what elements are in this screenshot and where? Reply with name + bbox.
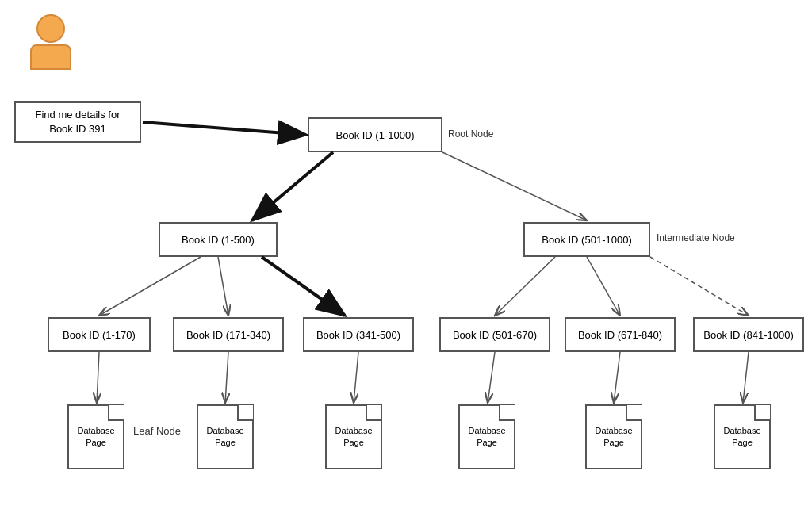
leaf5-node: Book ID (671-840) [565,317,676,352]
svg-line-15 [743,352,749,403]
leaf4-label: Book ID (501-670) [453,329,537,341]
leaf1-label: Book ID (1-170) [63,329,136,341]
right-mid-label: Book ID (501-1000) [542,234,631,246]
svg-line-3 [262,257,345,316]
leaf5-label: Book ID (671-840) [578,329,662,341]
db-page-6: DatabasePage [714,404,771,469]
db-page-5-text: DatabasePage [595,425,632,450]
svg-line-12 [354,352,358,403]
db-page-4: DatabasePage [458,404,515,469]
leaf2-label: Book ID (171-340) [186,329,270,341]
right-mid-note: Intermediate Node [657,232,735,243]
leaf4-node: Book ID (501-670) [439,317,550,352]
db-page-3-text: DatabasePage [335,425,372,450]
db-page-5: DatabasePage [585,404,642,469]
svg-line-7 [495,257,555,316]
left-mid-node: Book ID (1-500) [159,222,278,257]
svg-line-5 [99,257,201,316]
leaf6-node: Book ID (841-1000) [693,317,804,352]
leaf2-node: Book ID (171-340) [173,317,284,352]
svg-line-13 [488,352,495,403]
leaf-node-label: Leaf Node [133,425,181,437]
leaf3-label: Book ID (341-500) [316,329,400,341]
leaf6-label: Book ID (841-1000) [703,329,793,341]
db-page-1: DatabasePage [67,404,124,469]
svg-line-11 [225,352,228,403]
right-mid-node: Book ID (501-1000) [523,222,650,257]
db-page-1-text: DatabasePage [77,425,114,450]
svg-line-6 [218,257,228,316]
left-mid-label: Book ID (1-500) [182,234,255,246]
svg-line-1 [143,122,306,135]
svg-line-2 [252,152,333,220]
db-page-2: DatabasePage [197,404,254,469]
svg-line-10 [97,352,99,403]
db-page-6-text: DatabasePage [723,425,760,450]
query-text: Find me details for Book ID 391 [22,108,133,136]
root-node: Book ID (1-1000) [308,117,442,152]
svg-line-14 [614,352,620,403]
person-icon [30,14,71,70]
svg-line-9 [650,257,749,316]
leaf3-node: Book ID (341-500) [303,317,414,352]
svg-line-4 [442,152,587,220]
svg-line-8 [587,257,620,316]
db-page-3: DatabasePage [325,404,382,469]
query-box: Find me details for Book ID 391 [14,101,141,143]
person-body [30,44,71,70]
db-page-2-text: DatabasePage [206,425,243,450]
root-node-note: Root Node [448,128,493,140]
root-node-label: Book ID (1-1000) [336,129,415,141]
person-head [36,14,65,43]
leaf1-node: Book ID (1-170) [48,317,151,352]
db-page-4-text: DatabasePage [468,425,505,450]
diagram-container: Find me details for Book ID 391 Book ID … [0,0,812,517]
